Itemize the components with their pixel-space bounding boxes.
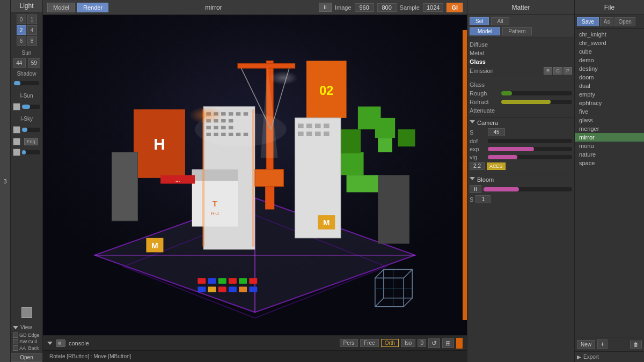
file-demo[interactable]: demo bbox=[575, 56, 644, 64]
dof-slider[interactable] bbox=[488, 139, 572, 143]
light-num-2[interactable]: 2 bbox=[17, 25, 26, 35]
isky-label: I-Sky bbox=[13, 114, 40, 123]
isky-slider[interactable] bbox=[22, 128, 40, 132]
save-button[interactable]: Save bbox=[577, 17, 599, 26]
file-monu[interactable]: monu bbox=[575, 142, 644, 150]
emission-row: Emission R C P bbox=[470, 66, 572, 76]
aa-checkbox[interactable] bbox=[13, 345, 18, 351]
fog-slider-icon bbox=[13, 149, 20, 156]
sel-button[interactable]: Sel bbox=[470, 17, 489, 25]
file-doom[interactable]: doom bbox=[575, 73, 644, 82]
bloom-slider[interactable] bbox=[484, 187, 572, 191]
file-chr-sword[interactable]: chr_sword bbox=[575, 39, 644, 47]
exposure-value[interactable]: 2.2 bbox=[470, 162, 485, 170]
diffuse-label: Diffuse bbox=[470, 41, 488, 48]
plus-button[interactable]: + bbox=[597, 339, 608, 349]
image-width[interactable]: 960 bbox=[355, 3, 374, 12]
refract-slider[interactable] bbox=[501, 100, 572, 104]
file-ephtracy[interactable]: ephtracy bbox=[575, 99, 644, 107]
fog-button[interactable]: Fog bbox=[24, 138, 38, 145]
file-menger[interactable]: menger bbox=[575, 124, 644, 133]
file-five[interactable]: five bbox=[575, 107, 644, 116]
top-bar: Model Render mirror ⏸ Image 960 800 Samp… bbox=[43, 0, 467, 15]
s-label: S bbox=[470, 129, 486, 136]
view-label: View bbox=[20, 324, 32, 330]
iso-view-btn[interactable]: Iso bbox=[401, 339, 415, 347]
file-empty[interactable]: empty bbox=[575, 90, 644, 99]
all-button[interactable]: All bbox=[491, 17, 509, 25]
file-mirror[interactable]: mirror bbox=[575, 133, 644, 142]
new-button[interactable]: New bbox=[577, 340, 595, 349]
vig-row: vig bbox=[470, 154, 572, 160]
s-value[interactable]: 45 bbox=[488, 128, 505, 136]
emission-p-btn[interactable]: P bbox=[564, 67, 572, 75]
svg-text:R-J: R-J bbox=[211, 210, 219, 216]
file-space[interactable]: space bbox=[575, 159, 644, 167]
sun-val-1[interactable]: 59 bbox=[28, 58, 41, 68]
vig-slider[interactable] bbox=[488, 155, 572, 159]
reset-view-btn[interactable]: ↺ bbox=[428, 338, 440, 348]
light-num-1[interactable]: 1 bbox=[27, 14, 37, 24]
file-glass[interactable]: glass bbox=[575, 116, 644, 124]
grid-view-btn[interactable]: ⊞ bbox=[442, 338, 454, 348]
sliders: I-Sun I-Sky Fog bbox=[11, 88, 42, 158]
attenuate-row: Attenuate bbox=[470, 106, 572, 115]
aces-button[interactable]: ACES bbox=[487, 162, 506, 170]
sample-value[interactable]: 1024 bbox=[423, 3, 443, 12]
file-chr-knight[interactable]: chr_knight bbox=[575, 30, 644, 39]
bloom-s-label: S bbox=[470, 196, 473, 203]
light-num-6[interactable]: 6 bbox=[17, 36, 26, 46]
matter-pattern-btn[interactable]: Pattern bbox=[502, 27, 531, 35]
isun-slider[interactable] bbox=[22, 105, 40, 109]
glass-label[interactable]: Glass bbox=[470, 58, 486, 65]
orth-view-btn[interactable]: Orth bbox=[381, 339, 399, 347]
open-button[interactable]: Open bbox=[11, 353, 42, 362]
file-dual[interactable]: dual bbox=[575, 82, 644, 90]
isun-label: I-Sun bbox=[13, 91, 40, 100]
aa-label: AA bbox=[19, 345, 26, 351]
file-destiny[interactable]: destiny bbox=[575, 64, 644, 73]
emission-c-btn[interactable]: C bbox=[553, 67, 562, 75]
diffuse-row: Diffuse bbox=[470, 40, 572, 49]
pers-view-btn[interactable]: Pers bbox=[340, 339, 358, 347]
gd-checkbox[interactable] bbox=[13, 333, 18, 338]
svg-rect-34 bbox=[347, 175, 381, 193]
exp-slider[interactable] bbox=[488, 147, 572, 151]
export-label[interactable]: Export bbox=[583, 354, 599, 360]
pause-button[interactable]: ⏸ bbox=[319, 3, 332, 12]
emission-r-btn[interactable]: R bbox=[544, 67, 553, 75]
svg-rect-69 bbox=[208, 286, 216, 292]
matter-title: Matter bbox=[511, 4, 530, 11]
matter-model-btn[interactable]: Model bbox=[470, 27, 500, 35]
light-num-0[interactable]: 0 bbox=[17, 14, 26, 24]
image-height[interactable]: 800 bbox=[377, 3, 397, 12]
open-file-button[interactable]: Open bbox=[614, 17, 635, 26]
light-num-8[interactable]: 8 bbox=[27, 36, 37, 46]
bloom-pause-btn[interactable]: ⏸ bbox=[470, 185, 481, 193]
as-button[interactable]: As bbox=[600, 17, 614, 26]
camera-icon[interactable] bbox=[56, 339, 65, 347]
gi-button[interactable]: GI bbox=[447, 3, 463, 12]
isky-row bbox=[13, 126, 40, 134]
svg-point-62 bbox=[269, 71, 298, 85]
svg-rect-85 bbox=[398, 129, 415, 146]
light-num-4[interactable]: 4 bbox=[27, 25, 37, 35]
trash-button[interactable]: 🗑 bbox=[630, 341, 642, 349]
matter-controls: Diffuse Metal Glass Emission R C P Glass… bbox=[467, 38, 574, 117]
free-view-btn[interactable]: Free bbox=[360, 339, 379, 347]
sun-val-0[interactable]: 44 bbox=[13, 58, 26, 68]
file-nature[interactable]: nature bbox=[575, 150, 644, 159]
fog-slider[interactable] bbox=[22, 150, 40, 154]
model-tab[interactable]: Model bbox=[47, 3, 75, 12]
rough-slider[interactable] bbox=[501, 91, 572, 95]
view-edge: Edge bbox=[28, 333, 41, 338]
svg-rect-50 bbox=[306, 124, 312, 129]
render-tab[interactable]: Render bbox=[77, 3, 108, 12]
bloom-label: Bloom bbox=[477, 176, 494, 183]
svg-point-90 bbox=[195, 112, 287, 146]
file-cube[interactable]: cube bbox=[575, 47, 644, 56]
exposure-row: 2.2 ACES bbox=[470, 162, 572, 170]
bloom-s-value[interactable]: 1 bbox=[475, 195, 491, 203]
sw-checkbox[interactable] bbox=[13, 339, 18, 344]
rough-row: Rough bbox=[470, 89, 572, 98]
